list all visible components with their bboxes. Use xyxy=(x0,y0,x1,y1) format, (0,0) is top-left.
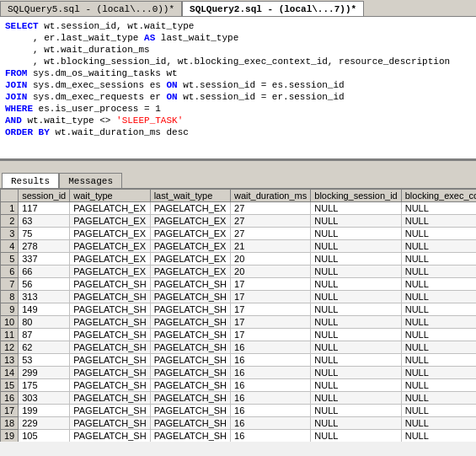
table-cell: 17 xyxy=(231,303,311,316)
row-number: 4 xyxy=(1,240,19,253)
sql-line: , er.last_wait_type AS last_wait_type xyxy=(5,32,471,44)
table-cell: NULL xyxy=(311,430,401,443)
sql-token: WHERE xyxy=(5,103,33,115)
row-number: 6 xyxy=(1,266,19,278)
table-cell: PAGELATCH_SH xyxy=(70,278,150,291)
table-cell: NULL xyxy=(311,278,401,291)
col-header-blocking_session_id[interactable]: blocking_session_id xyxy=(311,190,401,202)
sql-token: 'SLEEP_TASK' xyxy=(116,115,183,126)
table-cell: NULL xyxy=(401,367,476,379)
table-cell: 278 xyxy=(19,240,70,253)
tab-messages[interactable]: Messages xyxy=(59,173,122,188)
sql-token: sys.dm_exec_sessions es xyxy=(27,79,166,91)
row-number: 18 xyxy=(1,417,19,430)
table-cell: 62 xyxy=(19,341,70,354)
table-row: 375PAGELATCH_EXPAGELATCH_EX27NULLNULL8:1… xyxy=(1,228,477,240)
table-cell: 149 xyxy=(19,303,70,316)
sql-editor[interactable]: SELECT wt.session_id, wt.wait_type , er.… xyxy=(0,17,476,160)
sql-token: , er.last_wait_type xyxy=(5,32,144,44)
table-cell: 16 xyxy=(231,405,311,417)
tab-results[interactable]: Results xyxy=(2,173,59,188)
table-cell: NULL xyxy=(401,266,476,278)
sql-line: ORDER BY wt.wait_duration_ms desc xyxy=(5,126,471,138)
table-cell: PAGELATCH_SH xyxy=(70,354,150,367)
table-cell: PAGELATCH_SH xyxy=(150,329,230,341)
table-cell: NULL xyxy=(311,240,401,253)
table-cell: NULL xyxy=(401,215,476,228)
table-cell: 16 xyxy=(231,354,311,367)
tab-bar: SQLQuery5.sql - (local\...0))* SQLQuery2… xyxy=(0,0,476,17)
table-cell: NULL xyxy=(401,392,476,405)
table-cell: 16 xyxy=(231,430,311,443)
table-cell: 199 xyxy=(19,405,70,417)
table-cell: PAGELATCH_SH xyxy=(150,291,230,303)
table-cell: NULL xyxy=(311,367,401,379)
sql-token: ON xyxy=(166,91,177,103)
col-header-wait_duration_ms[interactable]: wait_duration_ms xyxy=(231,190,311,202)
table-cell: 17 xyxy=(231,316,311,329)
table-row: 16303PAGELATCH_SHPAGELATCH_SH16NULLNULL8… xyxy=(1,392,477,405)
col-header-session_id[interactable]: session_id xyxy=(19,190,70,202)
table-cell: NULL xyxy=(311,329,401,341)
table-row: 17199PAGELATCH_SHPAGELATCH_SH16NULLNULL8… xyxy=(1,405,477,417)
table-cell: PAGELATCH_EX xyxy=(150,215,230,228)
table-cell: 17 xyxy=(231,291,311,303)
table-row: 666PAGELATCH_EXPAGELATCH_EX20NULLNULL8:1… xyxy=(1,266,477,278)
table-row: 4278PAGELATCH_EXPAGELATCH_EX21NULLNULL8:… xyxy=(1,240,477,253)
table-cell: PAGELATCH_EX xyxy=(150,253,230,266)
bottom-panel: Results Messages session_idwait_typelast… xyxy=(0,172,476,442)
sql-token: SELECT xyxy=(5,20,39,32)
table-cell: NULL xyxy=(401,354,476,367)
table-cell: NULL xyxy=(401,341,476,354)
table-cell: PAGELATCH_SH xyxy=(150,341,230,354)
col-header-last_wait_type[interactable]: last_wait_type xyxy=(150,190,230,202)
sql-line: JOIN sys.dm_exec_sessions es ON wt.sessi… xyxy=(5,79,471,91)
table-cell: 17 xyxy=(231,329,311,341)
table-cell: NULL xyxy=(311,354,401,367)
table-cell: NULL xyxy=(401,240,476,253)
table-cell: 80 xyxy=(19,316,70,329)
table-cell: NULL xyxy=(401,303,476,316)
table-cell: PAGELATCH_SH xyxy=(150,379,230,392)
table-cell: PAGELATCH_SH xyxy=(150,278,230,291)
table-cell: 229 xyxy=(19,417,70,430)
table-row: 5337PAGELATCH_EXPAGELATCH_EX20NULLNULL8:… xyxy=(1,253,477,266)
sql-token: sys.dm_exec_requests er xyxy=(27,91,166,103)
table-cell: 299 xyxy=(19,367,70,379)
table-cell: NULL xyxy=(401,316,476,329)
table-cell: 313 xyxy=(19,291,70,303)
table-cell: NULL xyxy=(401,405,476,417)
table-cell: 56 xyxy=(19,278,70,291)
table-cell: PAGELATCH_SH xyxy=(70,405,150,417)
sql-token: wt.session_id, wt.wait_type xyxy=(39,20,195,32)
table-cell: 303 xyxy=(19,392,70,405)
row-number: 12 xyxy=(1,341,19,354)
table-row: 1080PAGELATCH_SHPAGELATCH_SH17NULLNULL8:… xyxy=(1,316,477,329)
results-container[interactable]: session_idwait_typelast_wait_typewait_du… xyxy=(0,189,476,442)
table-cell: PAGELATCH_SH xyxy=(70,329,150,341)
horizontal-scrollbar[interactable] xyxy=(0,160,476,172)
table-cell: 16 xyxy=(231,379,311,392)
table-cell: PAGELATCH_SH xyxy=(150,303,230,316)
table-cell: PAGELATCH_EX xyxy=(70,228,150,240)
table-row: 18229PAGELATCH_SHPAGELATCH_SH16NULLNULL8… xyxy=(1,417,477,430)
table-cell: 66 xyxy=(19,266,70,278)
sql-token: last_wait_type xyxy=(155,32,238,44)
sql-cursor-line xyxy=(5,138,471,150)
col-header-blocking_exec_context_id[interactable]: blocking_exec_context_id xyxy=(401,190,476,202)
tab-query5[interactable]: SQLQuery5.sql - (local\...0))* xyxy=(0,1,182,16)
table-cell: PAGELATCH_EX xyxy=(70,266,150,278)
tab-query2[interactable]: SQLQuery2.sql - (local\...7))* xyxy=(182,1,364,16)
sql-token: , wt.wait_duration_ms xyxy=(5,44,150,56)
table-cell: 16 xyxy=(231,417,311,430)
table-row: 1262PAGELATCH_SHPAGELATCH_SH16NULLNULL8:… xyxy=(1,341,477,354)
table-cell: 16 xyxy=(231,341,311,354)
table-cell: PAGELATCH_SH xyxy=(70,341,150,354)
col-header-wait_type[interactable]: wait_type xyxy=(70,190,150,202)
table-cell: 21 xyxy=(231,240,311,253)
table-cell: 117 xyxy=(19,202,70,215)
row-number: 19 xyxy=(1,430,19,443)
table-cell: PAGELATCH_EX xyxy=(70,202,150,215)
table-cell: PAGELATCH_SH xyxy=(150,405,230,417)
sql-token: JOIN xyxy=(5,79,27,91)
